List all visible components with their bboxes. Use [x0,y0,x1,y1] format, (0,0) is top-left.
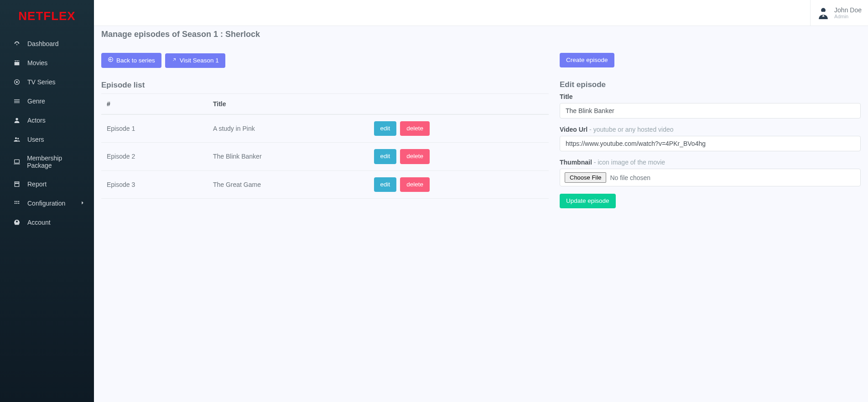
user-info: John Doe Admin [834,6,862,20]
users-icon [13,135,21,144]
delete-button[interactable]: delete [400,177,430,192]
button-label: Visit Season 1 [180,57,219,64]
sidebar-item-label: Account [27,219,51,226]
sidebar-item-label: Configuration [27,200,65,207]
list-icon [13,97,21,105]
sidebar-item-users[interactable]: Users [0,130,94,149]
tv-icon [13,78,21,86]
svg-point-12 [821,8,826,13]
sidebar-item-configuration[interactable]: Configuration [0,194,94,213]
col-actions [369,94,549,115]
user-role: Admin [834,14,862,20]
account-icon [13,218,21,227]
edit-button[interactable]: edit [374,177,397,192]
user-menu[interactable]: John Doe Admin [810,0,868,26]
topbar: John Doe Admin [94,0,868,26]
sidebar-nav: Dashboard Movies TV Series Genre Actors … [0,32,94,232]
col-num: # [101,94,208,115]
col-title: Title [208,94,369,115]
sidebar-item-membership[interactable]: Membership Package [0,149,94,175]
sidebar-item-account[interactable]: Account [0,213,94,232]
edit-button[interactable]: edit [374,121,397,136]
avatar-icon [817,6,830,19]
sidebar-item-label: Membership Package [27,155,86,169]
svg-point-7 [16,201,18,202]
report-icon [13,180,21,188]
episode-title: The Blink Banker [208,143,369,170]
edit-episode-title: Edit episode [560,80,861,89]
create-episode-button[interactable]: Create episode [560,53,614,67]
sidebar-item-tv-series[interactable]: TV Series [0,72,94,92]
svg-rect-13 [822,12,825,13]
episodes-table: # Title Episode 1A study in Pinkedit del… [101,93,549,199]
choose-file-button[interactable]: Choose File [565,172,606,183]
svg-point-4 [17,138,19,139]
episode-list-title: Episode list [101,81,549,90]
sidebar-item-genre[interactable]: Genre [0,92,94,111]
table-row: Episode 1A study in Pinkedit delete [101,114,549,143]
laptop-icon [13,158,21,166]
grid-icon [13,199,21,207]
svg-point-2 [16,118,18,120]
sidebar-item-label: Dashboard [27,40,59,47]
episode-num: Episode 3 [101,170,208,198]
sidebar-item-label: Genre [27,98,45,105]
visit-season-button[interactable]: Visit Season 1 [165,53,225,68]
app-logo[interactable]: NETFLEX [0,0,94,32]
title-input[interactable] [560,103,861,119]
button-label: Back to series [116,57,155,64]
back-icon [108,57,114,64]
movie-icon [13,59,21,67]
table-row: Episode 2The Blink Bankeredit delete [101,143,549,170]
sidebar-item-label: Users [27,136,44,143]
external-link-icon [172,57,177,64]
svg-point-9 [15,203,16,204]
sidebar-item-label: Actors [27,117,46,124]
edit-button[interactable]: edit [374,149,397,164]
logo-text: NETFLEX [18,9,75,23]
svg-point-6 [15,201,16,202]
episode-num: Episode 2 [101,143,208,170]
back-to-series-button[interactable]: Back to series [101,53,161,68]
file-chosen-text: No file chosen [610,174,650,181]
sidebar-item-label: Movies [27,59,47,67]
episode-title: The Great Game [208,170,369,198]
episode-num: Episode 1 [101,114,208,143]
person-icon [13,116,21,124]
svg-point-10 [16,203,18,204]
sidebar-item-label: Report [27,180,47,188]
svg-point-3 [15,137,17,139]
svg-point-1 [16,81,18,83]
sidebar-item-movies[interactable]: Movies [0,53,94,72]
svg-point-11 [18,203,20,204]
table-row: Episode 3The Great Gameedit delete [101,170,549,198]
thumbnail-file-input[interactable]: Choose File No file chosen [560,169,861,186]
video-url-input[interactable] [560,136,861,151]
sidebar-item-report[interactable]: Report [0,175,94,194]
dashboard-icon [13,40,21,48]
sidebar-item-label: TV Series [27,78,55,86]
title-label: Title [560,93,861,100]
video-url-label: Video Url - youtube or any hosted video [560,126,861,133]
thumbnail-label: Thumbnail - icon image of the movie [560,159,861,166]
svg-point-8 [18,201,20,202]
delete-button[interactable]: delete [400,121,430,136]
page-title: Manage episodes of Season 1 : Sherlock [101,26,868,39]
delete-button[interactable]: delete [400,149,430,164]
episode-title: A study in Pink [208,114,369,143]
svg-rect-5 [14,160,19,163]
sidebar-item-dashboard[interactable]: Dashboard [0,34,94,53]
update-episode-button[interactable]: Update episode [560,194,616,208]
sidebar: NETFLEX Dashboard Movies TV Series Genre… [0,0,94,402]
chevron-right-icon [79,200,86,207]
user-name: John Doe [834,6,862,14]
sidebar-item-actors[interactable]: Actors [0,111,94,130]
